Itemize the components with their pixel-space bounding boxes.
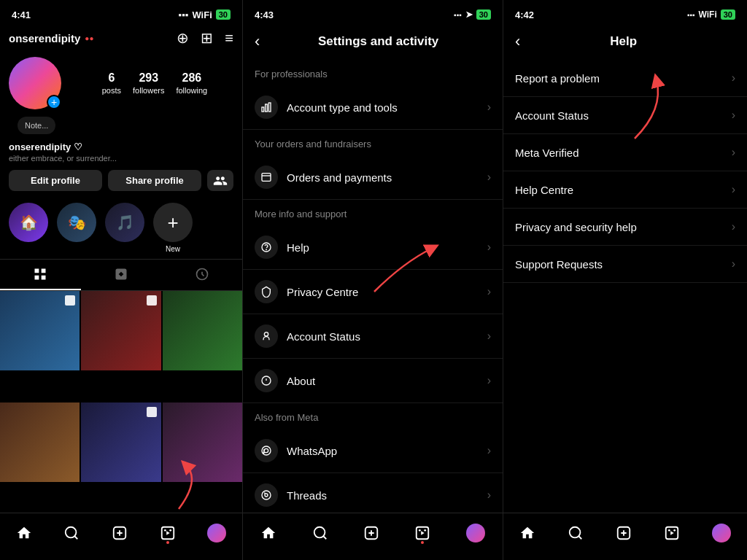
nav-profile-2[interactable]	[460, 521, 491, 545]
avatar-add-story[interactable]: +	[47, 95, 61, 109]
settings-item-account-type[interactable]: Account type and tools ›	[243, 85, 503, 130]
menu-nav-icon[interactable]: ≡	[225, 30, 233, 47]
support-requests-label: Support Requests	[515, 258, 732, 271]
nav-reels-3[interactable]	[658, 522, 686, 544]
add-person-button[interactable]	[207, 170, 233, 191]
account-status-arrow: ›	[487, 330, 491, 343]
settings-item-help[interactable]: Help ›	[243, 225, 503, 270]
photo-2[interactable]	[81, 291, 160, 370]
svg-rect-8	[262, 174, 271, 182]
tab-grid[interactable]	[0, 260, 81, 290]
signal-icon-1: ▪▪▪	[179, 9, 189, 20]
edit-profile-button[interactable]: Edit profile	[9, 170, 102, 191]
profile-note: Note...	[18, 117, 55, 134]
photo-5[interactable]	[81, 402, 160, 482]
battery-1: 30	[216, 9, 231, 20]
svg-point-1	[66, 527, 77, 538]
followers-stat[interactable]: 293 followers	[133, 71, 164, 95]
settings-item-about[interactable]: About ›	[243, 359, 503, 403]
bottom-nav-1	[0, 513, 242, 560]
profile-bio: either embrace, or surrender...	[9, 154, 233, 163]
svg-point-10	[266, 249, 267, 250]
highlight-2[interactable]: 🎭	[57, 203, 96, 253]
settings-title: Settings and activity	[266, 34, 491, 49]
help-item-meta-verified[interactable]: Meta Verified ›	[503, 134, 747, 171]
bottom-nav-3	[503, 513, 747, 560]
following-count: 286	[182, 71, 201, 85]
signal-icon-2: ▪▪▪	[454, 11, 462, 19]
nav-profile-3[interactable]	[706, 521, 737, 545]
profile-panel: 4:41 ▪▪▪ WiFi 30 onserendipity ●● ⊕ ⊞ ≡ …	[0, 0, 243, 560]
settings-item-whatsapp[interactable]: WhatsApp ›	[243, 429, 503, 473]
section-label-support: More info and support	[255, 209, 491, 219]
nav-add-1[interactable]	[106, 522, 133, 544]
tab-reels[interactable]	[81, 260, 162, 290]
help-item-help-centre[interactable]: Help Centre ›	[503, 171, 747, 209]
nav-add-2[interactable]	[357, 522, 385, 544]
settings-item-orders[interactable]: Orders and payments ›	[243, 155, 503, 200]
nav-search-1[interactable]	[58, 522, 85, 544]
threads-arrow: ›	[487, 489, 491, 502]
settings-item-privacy-centre[interactable]: Privacy Centre ›	[243, 270, 503, 314]
photo-1[interactable]	[0, 291, 80, 370]
whatsapp-label: WhatsApp	[287, 445, 487, 457]
nav-search-2[interactable]	[306, 522, 334, 544]
account-type-label: Account type and tools	[287, 101, 487, 114]
settings-item-account-status[interactable]: Account Status ›	[243, 314, 503, 359]
photo-6[interactable]	[163, 402, 242, 482]
help-back-button[interactable]: ‹	[515, 32, 520, 51]
nav-reels-1[interactable]	[154, 522, 182, 544]
location-icon: ➤	[465, 9, 473, 20]
help-item-support-requests[interactable]: Support Requests ›	[503, 246, 747, 283]
highlight-new[interactable]: + New	[153, 203, 193, 253]
photo-3[interactable]	[163, 291, 242, 370]
svg-point-16	[314, 527, 325, 538]
tab-tagged[interactable]	[161, 260, 242, 290]
nav-home-1[interactable]	[10, 522, 38, 544]
about-icon	[255, 369, 278, 392]
photo-4[interactable]	[0, 402, 80, 482]
wifi-icon-3: WiFi	[699, 9, 717, 20]
search-icon-1	[63, 525, 80, 541]
reels-nav-icon-2	[414, 525, 430, 541]
nav-profile-1[interactable]	[201, 521, 232, 545]
privacy-centre-arrow: ›	[487, 285, 491, 298]
svg-point-20	[425, 529, 427, 532]
threads-nav-icon[interactable]: ⊕	[177, 29, 189, 47]
following-stat[interactable]: 286 following	[176, 71, 207, 95]
threads-icon	[255, 483, 278, 507]
svg-point-25	[673, 529, 676, 532]
help-item-privacy-security[interactable]: Privacy and security help ›	[503, 209, 747, 246]
profile-avatar-nav-3	[712, 524, 731, 542]
section-label-professionals: For professionals	[255, 69, 491, 79]
nav-search-3[interactable]	[562, 522, 589, 544]
nav-home-3[interactable]	[514, 522, 541, 544]
help-item-account-status[interactable]: Account Status ›	[503, 97, 747, 134]
add-nav-icon[interactable]: ⊞	[201, 29, 213, 47]
svg-point-3	[164, 529, 166, 532]
nav-home-2[interactable]	[255, 522, 282, 544]
highlight-1[interactable]: 🏠	[9, 203, 48, 253]
help-items-container: Report a problem › Account Status › Meta…	[503, 60, 747, 513]
help-label: Help	[287, 241, 487, 254]
highlight-3[interactable]: 🎵	[105, 203, 144, 253]
help-item-report[interactable]: Report a problem ›	[503, 60, 747, 97]
share-profile-button[interactable]: Share profile	[108, 170, 201, 191]
meta-verified-arrow: ›	[732, 146, 735, 159]
add-icon-3	[616, 525, 632, 541]
profile-name-section: onserendipity ♡ either embrace, or surre…	[0, 139, 242, 164]
battery-3: 30	[721, 9, 735, 20]
verified-badge: ●●	[85, 34, 93, 42]
reels-nav-icon-1	[160, 525, 176, 541]
home-icon-3	[519, 525, 535, 541]
tagged-icon	[195, 267, 209, 281]
time-3: 4:42	[515, 9, 534, 20]
nav-reels-2[interactable]	[409, 522, 436, 544]
profile-nav-icons: ⊕ ⊞ ≡	[177, 29, 233, 47]
nav-add-3[interactable]	[610, 522, 638, 544]
svg-point-11	[264, 332, 268, 336]
multi-badge-1	[65, 295, 75, 306]
settings-item-threads[interactable]: Threads ›	[243, 473, 503, 513]
avatar[interactable]: +	[9, 57, 61, 109]
settings-back-button[interactable]: ‹	[255, 32, 260, 51]
